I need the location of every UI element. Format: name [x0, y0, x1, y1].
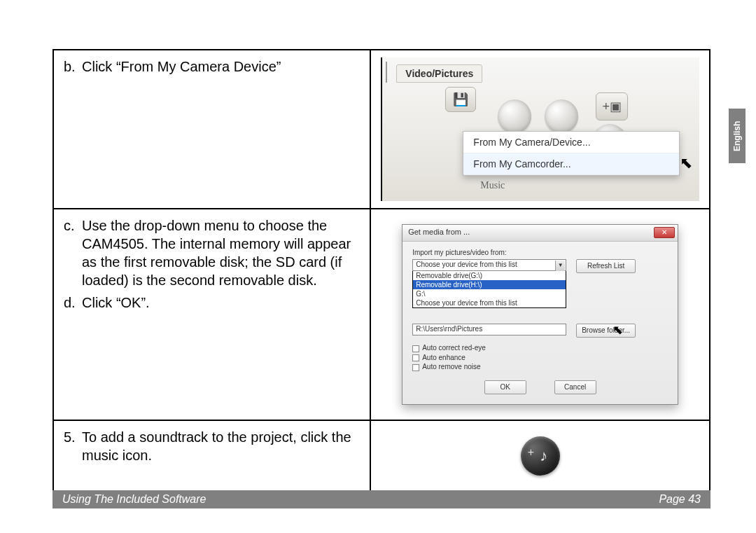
path-field[interactable]: R:\Users\rnd\Pictures [412, 324, 566, 335]
combo-option-selected[interactable]: Removable drive(H:\) [413, 280, 566, 289]
save-icon[interactable]: 💾 [445, 87, 476, 112]
ok-button[interactable]: OK [484, 380, 526, 394]
check-remove-noise[interactable]: Auto remove noise [412, 362, 668, 371]
step-b-text: Click “From My Camera Device” [82, 57, 360, 76]
dialog-get-media: Get media from ... ✕ Import my pictures/… [402, 224, 678, 404]
toolbar-circle-1[interactable] [498, 99, 531, 133]
combo-option[interactable]: Choose your device from this list [413, 298, 566, 307]
browse-folder-button[interactable]: Browse folder... [576, 324, 636, 338]
add-video-icon[interactable]: +▣ [596, 92, 628, 120]
add-music-icon[interactable]: + ♪ [521, 436, 560, 476]
step-b-screenshot-cell: Video/Pictures 💾 +▣ 🎧 From My Camera/Dev… [370, 50, 710, 209]
page-footer: Using The Included Software Page 43 [52, 490, 710, 508]
footer-page-number: Page 43 [659, 493, 701, 506]
step-b-marker: b. [64, 57, 82, 76]
step-5-screenshot-cell: + ♪ [370, 420, 710, 492]
music-section-label: Music [480, 180, 505, 191]
refresh-list-button[interactable]: Refresh List [576, 259, 636, 273]
step-d-text: Click “OK”. [82, 293, 360, 312]
page-content: b. Click “From My Camera Device” Video/P… [52, 49, 710, 492]
cursor-icon: ⬉ [680, 154, 692, 172]
screenshot-get-media-dialog: Get media from ... ✕ Import my pictures/… [381, 216, 699, 413]
step-c-text: Use the drop-down menu to choose the CAM… [82, 216, 360, 289]
language-tab[interactable]: English [729, 109, 746, 163]
device-dropdown-list: Removable drive(G:\) Removable drive(H:\… [412, 271, 566, 308]
context-menu: From My Camera/Device... From My Camcord… [463, 131, 680, 176]
step-b-text-cell: b. Click “From My Camera Device” [53, 50, 370, 209]
close-button[interactable]: ✕ [654, 227, 675, 238]
menu-from-camcorder[interactable]: From My Camcorder... [463, 153, 679, 175]
step-d-marker: d. [64, 293, 82, 312]
check-auto-enhance[interactable]: Auto enhance [412, 353, 668, 362]
footer-section-title: Using The Included Software [62, 493, 206, 506]
cursor-icon: ⬉ [612, 322, 623, 338]
chevron-down-icon[interactable]: ▼ [555, 261, 565, 271]
cancel-button[interactable]: Cancel [554, 380, 596, 394]
screenshot-music-icon: + ♪ [381, 428, 699, 484]
step-cd-text-cell: c. Use the drop-down menu to choose the … [53, 209, 370, 420]
instruction-table: b. Click “From My Camera Device” Video/P… [52, 49, 710, 492]
step-c-marker: c. [64, 216, 82, 289]
combo-option[interactable]: Removable drive(G:\) [413, 271, 566, 280]
tab-video-pictures[interactable]: Video/Pictures [396, 64, 482, 83]
device-dropdown[interactable]: Choose your device from this list ▼ Remo… [412, 259, 566, 308]
combo-option[interactable]: G:\ [413, 289, 566, 298]
step-c-screenshot-cell: Get media from ... ✕ Import my pictures/… [370, 209, 710, 420]
step-5-text-cell: 5. To add a soundtrack to the project, c… [53, 420, 370, 492]
step-5-marker: 5. [64, 428, 82, 464]
import-label: Import my pictures/video from: [412, 249, 668, 256]
check-red-eye[interactable]: Auto correct red-eye [412, 343, 668, 352]
toolbar-circle-2[interactable] [545, 99, 578, 133]
dialog-title: Get media from ... ✕ [402, 225, 678, 242]
screenshot-video-pictures: Video/Pictures 💾 +▣ 🎧 From My Camera/Dev… [381, 57, 699, 201]
menu-from-camera-device[interactable]: From My Camera/Device... [463, 132, 679, 153]
step-5-text: To add a soundtrack to the project, clic… [82, 428, 360, 464]
